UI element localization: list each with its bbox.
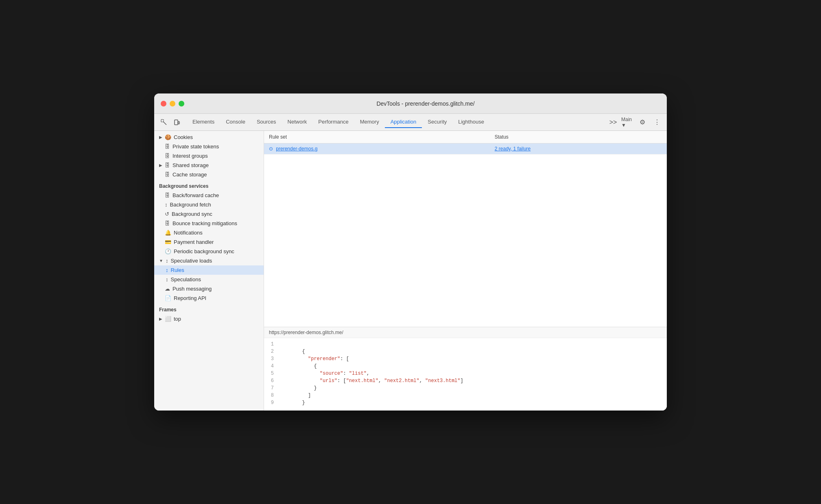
- line-number: 7: [264, 385, 279, 391]
- status-link[interactable]: 2 ready, 1 failure: [495, 146, 531, 152]
- window-title: DevTools - prerender-demos.glitch.me/: [191, 100, 660, 107]
- rules-table: Rule set Status ⊙ prerender-demos.g 2 re…: [264, 131, 667, 154]
- sidebar-item-reporting-api[interactable]: 📄 Reporting API: [154, 293, 264, 303]
- toolbar: Elements Console Sources Network Perform…: [154, 114, 667, 131]
- traffic-lights: [161, 101, 184, 106]
- sync-icon: ↺: [165, 211, 169, 217]
- minimize-button[interactable]: [170, 101, 175, 106]
- sync-icon: ↕: [166, 276, 168, 282]
- sidebar-item-cache-storage[interactable]: 🗄 Cache storage: [154, 170, 264, 179]
- sidebar-label-rules: Rules: [171, 267, 184, 273]
- sidebar-item-speculative-loads[interactable]: ▼ ↕ Speculative loads: [154, 256, 264, 265]
- line-content: }: [279, 385, 317, 391]
- frame-icon: ⬜: [165, 316, 171, 322]
- main-context-button[interactable]: Main ▼: [621, 116, 634, 129]
- sidebar-item-top-frame[interactable]: ▶ ⬜ top: [154, 314, 264, 324]
- code-line-7: 7 }: [264, 385, 667, 393]
- sidebar-item-bfcache[interactable]: 🗄 Back/forward cache: [154, 191, 264, 200]
- sidebar-item-bg-sync[interactable]: ↺ Background sync: [154, 209, 264, 219]
- tab-application[interactable]: Application: [385, 116, 422, 128]
- sidebar-item-bounce-tracking[interactable]: 🗄 Bounce tracking mitigations: [154, 219, 264, 228]
- db-icon: 🗄: [165, 153, 170, 159]
- sidebar-item-payment-handler[interactable]: 💳 Payment handler: [154, 237, 264, 247]
- db-icon: 🗄: [165, 162, 170, 168]
- table-row[interactable]: ⊙ prerender-demos.g 2 ready, 1 failure: [264, 143, 667, 154]
- sidebar-label-speculations: Speculations: [171, 276, 201, 282]
- svg-rect-2: [175, 120, 178, 125]
- sidebar-label-cache-storage: Cache storage: [172, 172, 207, 178]
- tab-memory[interactable]: Memory: [354, 116, 385, 128]
- tab-performance[interactable]: Performance: [312, 116, 354, 128]
- settings-icon[interactable]: ⚙: [636, 116, 649, 129]
- code-line-4: 4 {: [264, 363, 667, 371]
- sidebar-label-bfcache: Back/forward cache: [172, 192, 219, 198]
- device-icon[interactable]: [170, 116, 183, 129]
- sidebar-item-notifications[interactable]: 🔔 Notifications: [154, 228, 264, 237]
- sidebar-label-notifications: Notifications: [174, 230, 203, 236]
- db-icon: 🗄: [165, 143, 170, 150]
- code-line-5: 5 "source": "list",: [264, 371, 667, 378]
- tab-security[interactable]: Security: [422, 116, 452, 128]
- arrow-icon: ▶: [159, 135, 162, 139]
- sidebar-label-payment-handler: Payment handler: [174, 239, 214, 245]
- card-icon: 💳: [165, 239, 171, 245]
- line-content: "urls": ["next.html", "next2.html", "nex…: [279, 378, 463, 384]
- code-line-9: 9 }: [264, 400, 667, 407]
- code-url: https://prerender-demos.glitch.me/: [264, 327, 667, 338]
- cloud-icon: ☁: [165, 286, 170, 292]
- devtools-window: DevTools - prerender-demos.glitch.me/ El…: [154, 93, 667, 411]
- db-icon: 🗄: [165, 220, 170, 226]
- db-icon: 🗄: [165, 192, 170, 198]
- line-number: 6: [264, 378, 279, 384]
- sidebar-label-top: top: [174, 316, 181, 322]
- clock-icon: 🕐: [165, 248, 171, 254]
- ruleset-cell: ⊙ prerender-demos.g: [264, 143, 490, 154]
- line-content: "prerender": [: [279, 356, 349, 362]
- line-number: 9: [264, 400, 279, 406]
- close-button[interactable]: [161, 101, 166, 106]
- sidebar-label-bg-fetch: Background fetch: [170, 202, 211, 208]
- tab-elements[interactable]: Elements: [187, 116, 220, 128]
- sidebar-item-interest-groups[interactable]: 🗄 Interest groups: [154, 151, 264, 161]
- ruleset-value: prerender-demos.g: [276, 146, 317, 152]
- arrow-down-icon: ▼: [159, 259, 163, 263]
- status-cell[interactable]: 2 ready, 1 failure: [490, 143, 667, 154]
- sidebar-item-periodic-bg-sync[interactable]: 🕐 Periodic background sync: [154, 247, 264, 256]
- more-tabs-button[interactable]: >>: [607, 116, 620, 129]
- arrow-icon: ▶: [159, 163, 162, 167]
- tab-network[interactable]: Network: [282, 116, 313, 128]
- tab-console[interactable]: Console: [220, 116, 251, 128]
- sidebar-item-push-messaging[interactable]: ☁ Push messaging: [154, 284, 264, 293]
- sidebar-item-cookies[interactable]: ▶ 🍪 Cookies: [154, 133, 264, 142]
- sync-icon: ↕: [166, 258, 168, 264]
- code-line-1: 1: [264, 341, 667, 349]
- sidebar-label-reporting-api: Reporting API: [174, 295, 206, 301]
- frames-header: Frames: [154, 303, 264, 314]
- prerender-icon: ⊙: [269, 146, 273, 152]
- line-content: }: [279, 400, 305, 406]
- doc-icon: 📄: [165, 295, 171, 301]
- sync-icon: ↕: [165, 202, 168, 208]
- maximize-button[interactable]: [179, 101, 184, 106]
- more-options-icon[interactable]: ⋮: [651, 116, 664, 129]
- inspect-icon[interactable]: [157, 116, 170, 129]
- sidebar-label-private-state-tokens: Private state tokens: [172, 143, 219, 150]
- sidebar-item-bg-fetch[interactable]: ↕ Background fetch: [154, 200, 264, 209]
- line-content: {: [279, 349, 305, 354]
- titlebar: DevTools - prerender-demos.glitch.me/: [154, 93, 667, 114]
- sidebar-item-speculations[interactable]: ↕ Speculations: [154, 275, 264, 284]
- bg-services-header: Background services: [154, 179, 264, 191]
- tab-sources[interactable]: Sources: [251, 116, 282, 128]
- sidebar-item-private-state-tokens[interactable]: 🗄 Private state tokens: [154, 142, 264, 151]
- code-line-8: 8 ]: [264, 393, 667, 400]
- svg-rect-0: [161, 119, 164, 122]
- sidebar-label-push-messaging: Push messaging: [172, 286, 212, 292]
- line-content: ]: [279, 393, 311, 398]
- sidebar-label-interest-groups: Interest groups: [172, 153, 208, 159]
- svg-line-1: [164, 122, 166, 125]
- sidebar-item-rules[interactable]: ↕ Rules: [154, 265, 264, 275]
- tab-lighthouse[interactable]: Lighthouse: [452, 116, 490, 128]
- sidebar-label-periodic-bg-sync: Periodic background sync: [174, 248, 234, 254]
- line-number: 2: [264, 349, 279, 354]
- sidebar-item-shared-storage[interactable]: ▶ 🗄 Shared storage: [154, 161, 264, 170]
